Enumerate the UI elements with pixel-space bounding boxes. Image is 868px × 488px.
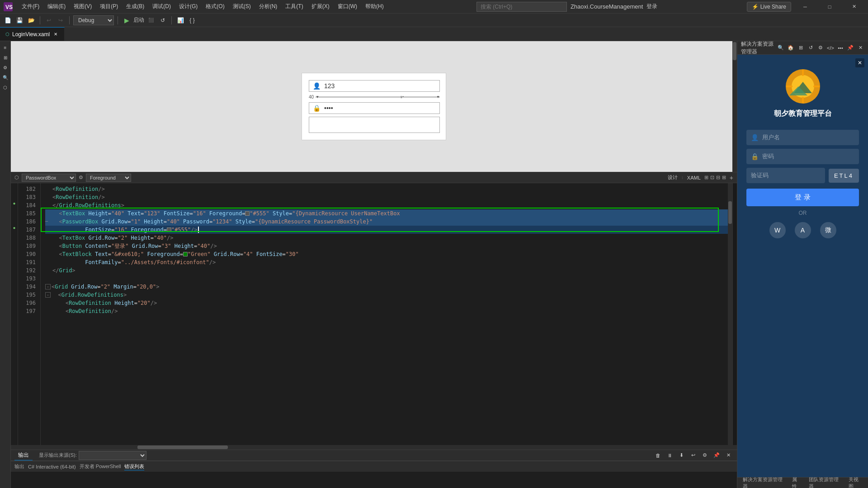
output-tab-active[interactable]: 错误列表 xyxy=(124,463,144,470)
panel-options[interactable]: ⊡ xyxy=(710,175,714,180)
app-preview-close-button[interactable]: ✕ xyxy=(855,58,864,67)
app-captcha-input[interactable]: 验证码 xyxy=(746,168,825,183)
app-username-input[interactable]: 👤 用户名 xyxy=(746,130,859,145)
menu-file[interactable]: 文件(F) xyxy=(18,2,43,11)
element-selector-dropdown[interactable]: PasswordBox xyxy=(22,174,76,182)
debug-config-dropdown[interactable]: Debug xyxy=(73,15,114,25)
design-scrollbar-thumb[interactable] xyxy=(733,42,736,60)
menu-build[interactable]: 生成(B) xyxy=(123,2,148,11)
panel-split[interactable]: ⊟ xyxy=(716,175,720,180)
color-swatch-green xyxy=(183,252,188,256)
output-settings-button[interactable]: ⚙ xyxy=(700,450,710,460)
rp-close-button[interactable]: ✕ xyxy=(856,44,864,52)
performance-button[interactable]: 📊 xyxy=(175,15,185,25)
code-snippet-button[interactable]: { } xyxy=(187,15,197,25)
menu-debug[interactable]: 调试(D) xyxy=(149,2,175,11)
output-close-button[interactable]: ✕ xyxy=(723,450,733,460)
app-title-label: 朝夕教育管理平台 xyxy=(774,109,832,118)
rp-search-button[interactable]: 🔍 xyxy=(777,44,785,52)
menu-tools[interactable]: 工具(T) xyxy=(282,2,307,11)
maximize-button[interactable]: □ xyxy=(819,0,840,14)
minimize-button[interactable]: ─ xyxy=(795,0,816,14)
wechat-icon[interactable]: W xyxy=(769,222,786,238)
csharp-interactive-tab[interactable]: 输出 xyxy=(14,463,24,470)
menu-extensions[interactable]: 扩展(X) xyxy=(308,2,333,11)
run-label[interactable]: 启动 xyxy=(133,16,144,24)
expand-icon[interactable]: ⊞ xyxy=(704,175,708,180)
output-toolbar: 输出 显示输出来源(S): 🗑 ⏸ ⬇ ↩ ⚙ 📌 ✕ xyxy=(11,450,737,461)
rp-more-button[interactable]: ••• xyxy=(836,44,844,52)
menu-analyze[interactable]: 分析(N) xyxy=(255,2,281,11)
menu-edit[interactable]: 编辑(E) xyxy=(44,2,69,11)
horizontal-scrollbar[interactable] xyxy=(11,445,737,450)
search-input[interactable] xyxy=(476,2,567,12)
app-login-button[interactable]: 登 录 xyxy=(746,189,859,206)
alipay-icon[interactable]: A xyxy=(795,222,811,238)
right-panel: 解决方案资源管理器 🔍 🏠 ⊞ ↺ ⚙ </> ••• 📌 ✕ xyxy=(737,41,868,488)
rp-refresh-button[interactable]: ↺ xyxy=(807,44,815,52)
activity-icon-2[interactable]: ⊞ xyxy=(1,53,10,62)
activity-icon-3[interactable]: ⚙ xyxy=(1,63,10,72)
vs-logo-icon: VS xyxy=(4,2,13,11)
new-file-button[interactable]: 📄 xyxy=(3,15,13,25)
menu-window[interactable]: 窗口(W) xyxy=(334,2,361,11)
code-line-195: - <Grid.RowDefinitions> xyxy=(45,291,728,299)
menu-project[interactable]: 项目(P) xyxy=(96,2,122,11)
menu-view[interactable]: 视图(V) xyxy=(70,2,95,11)
tab-icon: ⬡ xyxy=(5,32,9,37)
rp-home-button[interactable]: 🏠 xyxy=(787,44,795,52)
output-tab-main[interactable]: 输出 xyxy=(14,450,33,460)
fold-marker-194[interactable]: - xyxy=(45,284,51,289)
panel-full[interactable]: ⊞ xyxy=(722,175,726,180)
liveshare-icon: ⚡ xyxy=(752,4,759,10)
rp-expand-button[interactable]: ⊞ xyxy=(797,44,805,52)
activity-icon-4[interactable]: 🔍 xyxy=(1,73,10,82)
tab-close-button[interactable]: ✕ xyxy=(52,31,59,37)
redo-button[interactable]: ↪ xyxy=(56,15,66,25)
line-num-197: 197 xyxy=(18,307,36,315)
h-scrollbar-thumb[interactable] xyxy=(137,445,228,449)
rp-settings-button[interactable]: ⚙ xyxy=(816,44,825,52)
design-view-button[interactable]: 设计 xyxy=(666,174,679,181)
code-content-area[interactable]: <RowDefinition/> <RowDefinition/> </Grid… xyxy=(41,183,728,445)
rp-pin-button[interactable]: 📌 xyxy=(846,44,854,52)
activity-icon-1[interactable]: ≡ xyxy=(1,43,10,52)
xaml-view-button[interactable]: XAML xyxy=(685,175,703,181)
weibo-icon[interactable]: 微 xyxy=(820,222,836,238)
line-num-184: 184 xyxy=(18,201,36,209)
close-button[interactable]: ✕ xyxy=(844,0,864,14)
code-line-194: - <Grid Grid.Row="2" Margin="20,0"> xyxy=(45,283,728,291)
rp-code-button[interactable]: </> xyxy=(826,44,835,52)
liveshare-button[interactable]: ⚡ Live Share xyxy=(747,2,791,12)
menu-help[interactable]: 帮助(H) xyxy=(362,2,387,11)
output-clear-button[interactable]: 🗑 xyxy=(653,450,663,460)
powershell-tab[interactable]: C# Interactive (64-bit) xyxy=(28,464,76,469)
v-scrollbar-thumb[interactable] xyxy=(728,201,732,224)
app-captcha-code[interactable]: ETL4 xyxy=(829,169,859,183)
open-button[interactable]: 📂 xyxy=(26,15,36,25)
output-word-wrap-button[interactable]: ↩ xyxy=(688,450,698,460)
app-password-input[interactable]: 🔒 密码 xyxy=(746,149,859,164)
undo-button[interactable]: ↩ xyxy=(44,15,54,25)
activity-icon-5[interactable]: ⬡ xyxy=(1,83,10,92)
user-login[interactable]: 登录 xyxy=(646,3,657,10)
fold-marker-195[interactable]: - xyxy=(45,292,51,298)
save-button[interactable]: 💾 xyxy=(14,15,24,25)
error-list-tab[interactable]: 开发者 PowerShell xyxy=(80,463,121,470)
vertical-scrollbar[interactable] xyxy=(728,183,732,445)
restart-button[interactable]: ↺ xyxy=(158,15,168,25)
add-property-button[interactable]: + xyxy=(730,174,733,181)
tab-loginview[interactable]: ⬡ LoginView.xaml ✕ xyxy=(0,27,65,41)
run-button[interactable]: ▶ xyxy=(122,15,132,25)
fold-197 xyxy=(45,307,51,315)
output-pause-button[interactable]: ⏸ xyxy=(665,450,675,460)
property-selector-dropdown[interactable]: Foreground xyxy=(86,174,131,182)
output-pin-button[interactable]: 📌 xyxy=(712,450,722,460)
stop-button[interactable]: ⬛ xyxy=(146,15,156,25)
output-scroll-button[interactable]: ⬇ xyxy=(676,450,686,460)
design-panel-scrollbar[interactable] xyxy=(732,41,737,172)
menu-design[interactable]: 设计(G) xyxy=(175,2,201,11)
menu-test[interactable]: 测试(S) xyxy=(229,2,255,11)
menu-format[interactable]: 格式(O) xyxy=(202,2,228,11)
output-source-select[interactable] xyxy=(79,451,146,460)
